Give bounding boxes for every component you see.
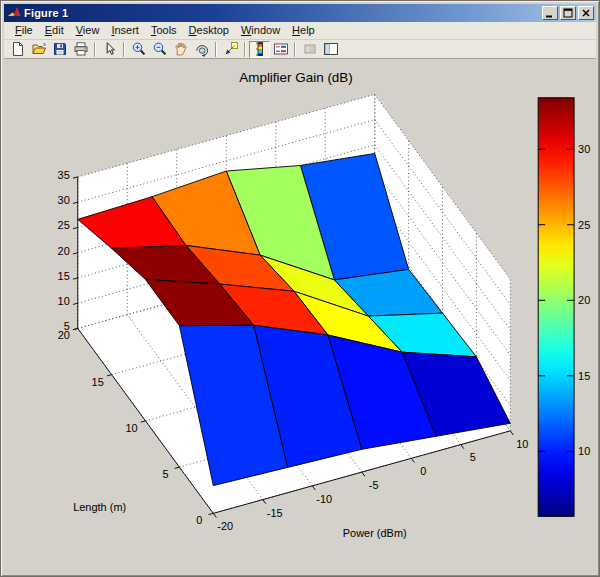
toolbar-separator bbox=[294, 42, 296, 57]
colorbar-tick-label: 20 bbox=[578, 294, 590, 306]
insert-legend-button[interactable] bbox=[270, 41, 291, 58]
maximize-button[interactable] bbox=[560, 6, 576, 20]
print-figure-button[interactable] bbox=[70, 41, 91, 58]
data-cursor-button[interactable] bbox=[220, 41, 241, 58]
x-tick-label: -10 bbox=[316, 493, 332, 505]
x-tick-label: 0 bbox=[420, 465, 426, 477]
insert-legend-icon bbox=[273, 41, 289, 57]
window-controls bbox=[542, 6, 594, 20]
hide-plot-tools-icon bbox=[302, 41, 318, 57]
y-tick-label: 5 bbox=[162, 468, 168, 480]
window-title: Figure 1 bbox=[24, 7, 542, 19]
rotate-3d-icon bbox=[194, 41, 210, 57]
plot-title: Amplifier Gain (dB) bbox=[239, 70, 353, 85]
colorbar-tick-label: 30 bbox=[578, 143, 590, 155]
z-tick-label: 15 bbox=[58, 270, 70, 282]
save-icon bbox=[52, 41, 68, 57]
colorbar-tick-label: 10 bbox=[578, 445, 590, 457]
menu-item-view[interactable]: View bbox=[70, 23, 106, 38]
x-tick-label: -20 bbox=[217, 520, 233, 532]
new-figure-button[interactable] bbox=[7, 41, 28, 58]
menubar: FileEditViewInsertToolsDesktopWindowHelp bbox=[4, 22, 596, 40]
maximize-icon bbox=[562, 7, 574, 19]
toolbar-separator bbox=[244, 42, 246, 57]
edit-plot-icon bbox=[102, 41, 118, 57]
y-tick-label: 15 bbox=[92, 376, 104, 388]
zoom-out-icon bbox=[152, 41, 168, 57]
zoom-in-button[interactable] bbox=[128, 41, 149, 58]
menu-item-desktop[interactable]: Desktop bbox=[183, 23, 235, 38]
zoom-out-button[interactable] bbox=[149, 41, 170, 58]
show-plot-tools-icon bbox=[323, 41, 339, 57]
menu-item-tools[interactable]: Tools bbox=[145, 23, 183, 38]
colorbar-tick-label: 25 bbox=[578, 219, 590, 231]
z-tick-label: 10 bbox=[58, 295, 70, 307]
hide-plot-tools-button[interactable] bbox=[299, 41, 320, 58]
colorbar-gradient bbox=[538, 98, 574, 517]
rotate-3d-button[interactable] bbox=[191, 41, 212, 58]
figure-canvas: -20-15-10-50510051015205101520253035Ampl… bbox=[4, 59, 596, 573]
edit-plot-button[interactable] bbox=[99, 41, 120, 58]
save-figure-button[interactable] bbox=[49, 41, 70, 58]
plot-svg: -20-15-10-50510051015205101520253035Ampl… bbox=[4, 59, 596, 573]
data-cursor-icon bbox=[223, 41, 239, 57]
menu-item-edit[interactable]: Edit bbox=[39, 23, 70, 38]
x-tick-label: -15 bbox=[267, 507, 283, 519]
insert-colorbar-icon bbox=[252, 41, 268, 57]
open-file-button[interactable] bbox=[28, 41, 49, 58]
x-tick-label: 5 bbox=[470, 451, 476, 463]
pan-hand-icon bbox=[173, 41, 189, 57]
menu-item-help[interactable]: Help bbox=[286, 23, 321, 38]
matlab-figure-icon bbox=[7, 6, 21, 20]
toolbar-separator bbox=[215, 42, 217, 57]
z-tick-label: 5 bbox=[64, 320, 70, 332]
y-tick-label: 10 bbox=[125, 422, 137, 434]
show-plot-tools-button[interactable] bbox=[320, 41, 341, 58]
x-tick-label: -5 bbox=[369, 479, 379, 491]
toolbar-separator bbox=[94, 42, 96, 57]
print-icon bbox=[73, 41, 89, 57]
open-folder-icon bbox=[31, 41, 47, 57]
pan-button[interactable] bbox=[170, 41, 191, 58]
z-tick-label: 20 bbox=[58, 245, 70, 257]
colorbar: 1015202530 bbox=[538, 98, 590, 517]
x-axis-label: Power (dBm) bbox=[343, 527, 407, 539]
titlebar[interactable]: Figure 1 bbox=[4, 4, 596, 22]
minimize-button[interactable] bbox=[542, 6, 558, 20]
menu-item-insert[interactable]: Insert bbox=[105, 23, 145, 38]
close-icon bbox=[580, 7, 592, 19]
menu-item-window[interactable]: Window bbox=[235, 23, 286, 38]
y-tick-label: 0 bbox=[196, 514, 202, 526]
z-tick-label: 30 bbox=[58, 194, 70, 206]
toolbar bbox=[4, 40, 596, 59]
insert-colorbar-button[interactable] bbox=[249, 41, 270, 58]
new-document-icon bbox=[10, 41, 26, 57]
menu-item-file[interactable]: File bbox=[9, 23, 39, 38]
z-tick-label: 35 bbox=[58, 169, 70, 181]
x-tick-label: 10 bbox=[516, 438, 528, 450]
figure-window: Figure 1 FileEditViewInsertToolsDesktopW… bbox=[0, 0, 600, 577]
colorbar-tick-label: 15 bbox=[578, 370, 590, 382]
close-button[interactable] bbox=[578, 6, 594, 20]
z-tick-label: 25 bbox=[58, 219, 70, 231]
minimize-icon bbox=[544, 7, 556, 19]
zoom-in-icon bbox=[131, 41, 147, 57]
toolbar-separator bbox=[123, 42, 125, 57]
y-axis-label: Length (m) bbox=[73, 501, 126, 513]
